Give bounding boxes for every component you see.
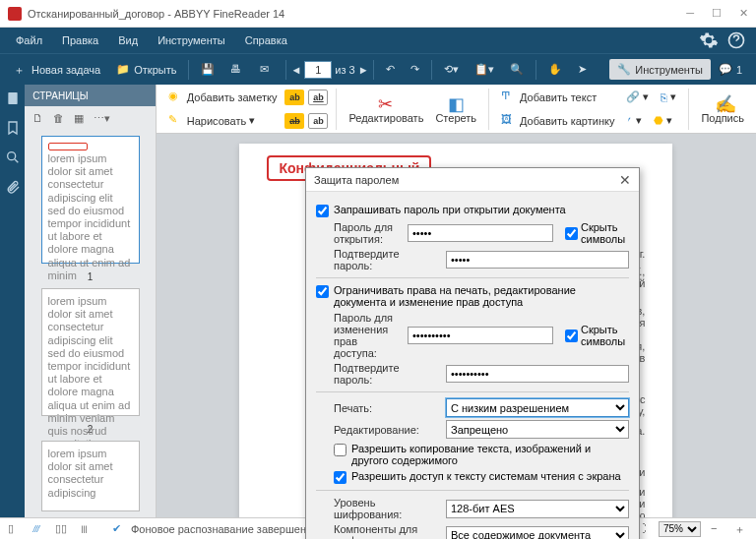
save-button[interactable]: 💾 (193, 60, 222, 80)
view-two-cont-icon[interactable]: ⫼ (79, 522, 93, 536)
help-icon[interactable] (726, 30, 746, 50)
page-next[interactable]: ► (358, 64, 369, 76)
rotate-button[interactable]: ⟲▾ (436, 60, 467, 79)
edit-select[interactable]: Запрещено (446, 420, 629, 439)
menu-tools[interactable]: Инструменты (148, 30, 235, 50)
sign-button[interactable]: ✍Подпись (697, 91, 748, 126)
page-thumbnail-2[interactable]: lorem ipsum dolor sit amet consectetur a… (41, 288, 140, 416)
dialog-title: Защита паролем (314, 174, 619, 186)
maximize-button[interactable]: ☐ (712, 7, 722, 20)
page-control: ◄ из 3 ► (290, 61, 368, 79)
redo-button[interactable]: ↷ (403, 60, 427, 79)
hide-open-checkbox[interactable] (565, 227, 578, 240)
print-select[interactable]: С низким разрешением (446, 398, 629, 417)
attach-tab-icon[interactable] (5, 179, 21, 195)
clipboard-button[interactable]: 📋▾ (467, 60, 502, 79)
plus-icon: ＋ (14, 63, 28, 77)
zoom-in-icon[interactable]: ＋ (734, 522, 748, 536)
settings-icon[interactable] (699, 30, 719, 50)
allow-copy-checkbox[interactable] (334, 444, 346, 456)
save-icon: 💾 (201, 63, 215, 77)
wrench-icon: 🔧 (617, 63, 631, 76)
svg-point-2 (7, 152, 15, 160)
menu-help[interactable]: Справка (235, 30, 297, 50)
pages-panel-header: СТРАНИЦЫ (25, 85, 156, 106)
search-tab-icon[interactable] (5, 150, 21, 165)
menu-file[interactable]: Файл (6, 30, 52, 50)
view-single-icon[interactable]: ▯ (8, 522, 22, 536)
open-password-confirm-input[interactable] (446, 251, 629, 269)
new-task-button[interactable]: ＋Новая задача (6, 60, 108, 80)
pages-tab-icon[interactable] (5, 90, 21, 106)
pointer-tool[interactable]: ➤ (570, 60, 595, 79)
view-continuous-icon[interactable]: ⫻ (32, 522, 45, 536)
bookmarks-tab-icon[interactable] (5, 120, 21, 136)
highlight-strike[interactable]: ab (284, 113, 304, 129)
page-thumbnail-3[interactable]: lorem ipsum dolor sit amet consectetur a… (41, 441, 140, 511)
encrypt-components-select[interactable]: Все содержимое документа (446, 526, 629, 540)
comments-button[interactable]: 💬1 (711, 60, 750, 79)
grid-view-icon[interactable]: ▦ (74, 112, 84, 125)
stamp-icon: ⎖ (626, 115, 633, 127)
redact-button[interactable]: ✂Редактировать (345, 91, 427, 126)
minimize-button[interactable]: ─ (686, 7, 694, 20)
hide-perm-checkbox[interactable] (565, 329, 578, 342)
draw-button[interactable]: ✎Нарисовать▾ (164, 111, 259, 131)
search-button[interactable]: 🔍 (502, 60, 532, 79)
encryption-level-select[interactable]: 128-бит AES (446, 500, 629, 518)
view-two-icon[interactable]: ▯▯ (55, 522, 69, 536)
perm-password-input[interactable] (408, 327, 553, 344)
highlight-underline[interactable]: ab (308, 90, 328, 105)
menu-edit[interactable]: Правка (52, 30, 108, 50)
require-open-password-checkbox[interactable] (316, 205, 329, 217)
dialog-close-button[interactable]: ✕ (619, 172, 631, 188)
header-icon: ⎘ (661, 91, 667, 103)
highlight-box[interactable]: ab (308, 113, 328, 129)
password-dialog: Защита паролем ✕ Запрашивать пароль при … (305, 167, 640, 539)
erase-button[interactable]: ◧Стереть (431, 91, 480, 126)
close-button[interactable]: ✕ (739, 7, 748, 20)
mail-icon: ✉ (260, 63, 274, 77)
image-icon: 🖼 (501, 113, 517, 129)
bookmark-icon: ⬣ (654, 114, 663, 127)
folder-icon: 📁 (116, 63, 130, 77)
add-note-button[interactable]: ◉Добавить заметку (164, 88, 282, 107)
app-icon (8, 7, 22, 21)
page-prev[interactable]: ◄ (290, 64, 301, 76)
delete-page-icon[interactable]: 🗑 (53, 112, 64, 124)
add-text-button[interactable]: ͲДобавить текст (497, 88, 600, 107)
zoom-out-icon[interactable]: − (711, 522, 724, 536)
hand-tool[interactable]: ✋ (540, 60, 570, 79)
highlight-yellow[interactable]: ab (284, 90, 304, 105)
window-title: Отсканированный_договор - ABBYY FineRead… (28, 8, 686, 20)
pencil-icon: ✎ (168, 113, 184, 129)
link-icon: 🔗 (626, 90, 640, 103)
text-icon: Ͳ (501, 90, 517, 105)
redact-icon: ✂ (378, 93, 394, 109)
note-icon: ◉ (168, 90, 184, 105)
stamp-button[interactable]: ⎖▾ (622, 112, 646, 129)
page-thumbnail-1[interactable]: lorem ipsum dolor sit amet consectetur a… (41, 136, 140, 264)
page-current-input[interactable] (304, 61, 332, 79)
mail-button[interactable]: ✉ (252, 60, 282, 80)
print-button[interactable]: 🖶 (222, 60, 252, 80)
header-button[interactable]: ⎘▾ (657, 89, 680, 105)
link-button[interactable]: 🔗▾ (622, 89, 653, 105)
undo-button[interactable]: ↶ (378, 60, 403, 79)
chat-icon: 💬 (719, 63, 732, 76)
restrict-permissions-checkbox[interactable] (316, 285, 329, 298)
print-icon: 🖶 (230, 63, 244, 77)
zoom-select[interactable]: 75% (659, 521, 701, 537)
open-password-input[interactable] (408, 224, 553, 242)
more-icon[interactable]: ⋯▾ (94, 112, 110, 125)
menu-view[interactable]: Вид (108, 30, 148, 50)
bookmark-button[interactable]: ⬣▾ (650, 112, 676, 129)
add-page-icon[interactable]: 🗋 (32, 112, 43, 124)
perm-password-confirm-input[interactable] (446, 365, 629, 383)
status-message: Фоновое распознавание завершено (131, 523, 312, 535)
instruments-button[interactable]: 🔧Инструменты (609, 59, 711, 80)
add-image-button[interactable]: 🖼Добавить картинку (497, 111, 618, 131)
open-button[interactable]: 📁Открыть (108, 60, 184, 80)
allow-screenreader-checkbox[interactable] (334, 471, 346, 484)
svg-rect-1 (8, 92, 17, 104)
